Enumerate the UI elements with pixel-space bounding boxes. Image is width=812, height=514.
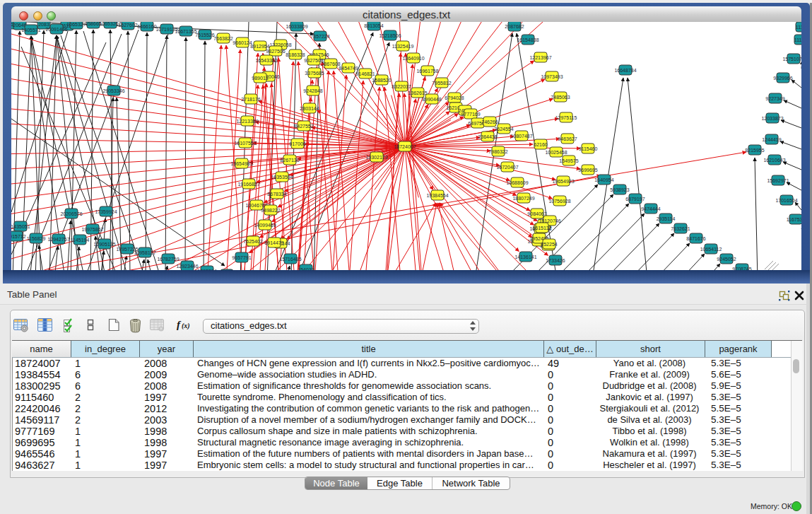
svg-text:1065327: 1065327: [66, 22, 86, 27]
svg-text:14099469: 14099469: [254, 223, 276, 228]
svg-text:746266: 746266: [481, 119, 498, 124]
svg-text:16961758: 16961758: [416, 69, 438, 74]
svg-text:2364436: 2364436: [478, 134, 497, 139]
svg-text:9699695: 9699695: [578, 168, 597, 173]
svg-text:17359924: 17359924: [95, 209, 117, 214]
svg-text:16033809: 16033809: [286, 24, 307, 29]
svg-text:7986322: 7986322: [488, 149, 507, 154]
svg-text:8471676: 8471676: [686, 236, 705, 241]
svg-text:9227349: 9227349: [765, 96, 784, 101]
svg-text:11325419: 11325419: [392, 44, 414, 49]
svg-text:16543382: 16543382: [255, 58, 277, 63]
svg-text:(x): (x): [182, 322, 190, 330]
svg-text:15720407: 15720407: [496, 165, 518, 170]
svg-text:19166827: 19166827: [237, 182, 259, 187]
svg-text:9708745: 9708745: [732, 267, 751, 271]
svg-text:7625402: 7625402: [243, 239, 262, 244]
svg-text:10025458: 10025458: [545, 150, 567, 155]
svg-text:8454749: 8454749: [339, 66, 358, 71]
svg-text:10958127: 10958127: [134, 250, 155, 255]
svg-text:17016504: 17016504: [775, 198, 797, 203]
svg-text:1615132: 1615132: [532, 226, 551, 230]
svg-text:13640910: 13640910: [402, 56, 424, 61]
svg-text:16671355: 16671355: [175, 29, 196, 34]
svg-text:989013: 989013: [252, 76, 268, 81]
svg-text:10688609: 10688609: [506, 180, 528, 185]
svg-text:8813054: 8813054: [364, 23, 383, 28]
svg-text:16210643: 16210643: [763, 158, 785, 163]
svg-text:12213967: 12213967: [529, 55, 551, 60]
svg-text:6879197: 6879197: [625, 197, 645, 201]
svg-text:19975867: 19975867: [81, 227, 103, 232]
svg-text:2867608: 2867608: [321, 62, 340, 66]
svg-text:29053346: 29053346: [102, 88, 124, 93]
svg-text:1244419: 1244419: [762, 137, 781, 142]
svg-text:2803144: 2803144: [300, 106, 319, 111]
svg-text:8186328: 8186328: [286, 52, 305, 57]
svg-text:8322037: 8322037: [392, 84, 411, 89]
svg-text:11173: 11173: [794, 37, 801, 42]
svg-text:16107552: 16107552: [234, 141, 256, 146]
svg-text:12905135: 12905135: [93, 242, 115, 247]
svg-text:7485063: 7485063: [551, 95, 570, 100]
svg-text:8215955: 8215955: [745, 148, 764, 153]
svg-text:9657791: 9657791: [232, 255, 251, 260]
svg-text:2087682: 2087682: [505, 24, 524, 29]
svg-text:1145194: 1145194: [71, 238, 90, 243]
svg-text:18724007: 18724007: [394, 144, 416, 149]
svg-text:10654112: 10654112: [700, 247, 722, 252]
svg-text:f: f: [177, 319, 182, 330]
svg-text:16648784: 16648784: [614, 68, 636, 73]
svg-text:20206576: 20206576: [60, 211, 82, 216]
svg-text:2935114: 2935114: [657, 216, 676, 221]
svg-text:1362615: 1362615: [408, 90, 427, 95]
svg-text:16154838: 16154838: [517, 37, 539, 42]
svg-text:2718176: 2718176: [241, 97, 260, 102]
svg-text:3624554: 3624554: [494, 127, 513, 132]
svg-text:16782759: 16782759: [157, 257, 179, 262]
svg-text:1292864: 1292864: [197, 269, 216, 271]
svg-text:12033873: 12033873: [761, 116, 783, 121]
svg-text:8427552: 8427552: [294, 124, 313, 129]
svg-text:7663822: 7663822: [213, 36, 233, 41]
svg-text:9115460: 9115460: [579, 146, 598, 151]
svg-text:9498222: 9498222: [261, 208, 280, 213]
svg-text:19384554: 19384554: [426, 193, 448, 198]
svg-text:9329966: 9329966: [773, 76, 792, 81]
svg-text:15716485: 15716485: [279, 257, 301, 262]
svg-text:8990448: 8990448: [422, 97, 441, 102]
svg-text:8912954: 8912954: [250, 44, 269, 49]
svg-text:19654983: 19654983: [230, 161, 252, 166]
svg-text:252254: 252254: [541, 242, 557, 247]
svg-text:1549575: 1549575: [559, 158, 578, 163]
svg-text:1167534: 1167534: [787, 217, 801, 222]
svg-text:7955812: 7955812: [432, 81, 451, 86]
svg-text:9242848: 9242848: [303, 88, 322, 93]
svg-text:1435051: 1435051: [11, 224, 30, 229]
svg-text:9660124: 9660124: [233, 40, 252, 45]
svg-text:1640954: 1640954: [594, 177, 613, 182]
svg-text:16120746: 16120746: [539, 218, 560, 223]
svg-text:14136141: 14136141: [514, 255, 536, 259]
svg-text:9827506: 9827506: [266, 49, 285, 54]
svg-text:7357224: 7357224: [310, 34, 329, 39]
svg-text:1527602: 1527602: [118, 23, 137, 28]
svg-text:18807249: 18807249: [512, 196, 534, 201]
svg-text:12213389: 12213389: [236, 119, 258, 124]
svg-text:15218506: 15218506: [379, 33, 401, 38]
svg-text:1156829: 1156829: [27, 236, 46, 241]
svg-text:9084067: 9084067: [527, 211, 546, 216]
svg-text:12942757: 12942757: [47, 237, 69, 242]
svg-text:154033: 154033: [298, 267, 314, 271]
svg-text:10756928: 10756928: [548, 199, 570, 204]
svg-text:7515526: 7515526: [195, 33, 214, 37]
svg-text:5938923: 5938923: [610, 187, 629, 192]
svg-text:19654923: 19654923: [552, 179, 574, 184]
svg-text:9474444: 9474444: [641, 206, 660, 211]
svg-text:6914479: 6914479: [264, 240, 283, 245]
svg-text:12975115: 12975115: [555, 115, 577, 120]
svg-text:1588520: 1588520: [372, 78, 391, 83]
svg-text:9463627: 9463627: [558, 136, 577, 141]
svg-text:6466160: 6466160: [137, 24, 156, 29]
svg-text:20091406: 20091406: [45, 27, 67, 32]
